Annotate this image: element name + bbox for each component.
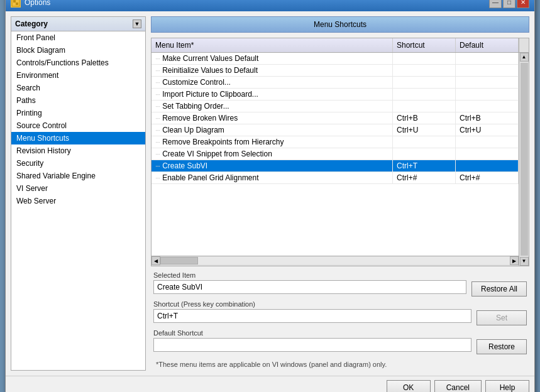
hscroll-track bbox=[160, 257, 510, 264]
sidebar-scroll-btn[interactable]: ▼ bbox=[133, 19, 141, 28]
table-cell-label: ····Clean Up Diagram bbox=[152, 124, 393, 136]
vscroll-thumb[interactable] bbox=[521, 63, 528, 256]
hscrollbar: ◀ ▶ bbox=[152, 256, 519, 266]
sidebar-item-web-server[interactable]: Web Server bbox=[11, 195, 145, 207]
set-button[interactable]: Set bbox=[477, 310, 527, 325]
vscroll-down[interactable]: ▼ bbox=[520, 257, 529, 266]
table-cell-label: ····Customize Control... bbox=[152, 77, 393, 88]
hscroll-left[interactable]: ◀ bbox=[152, 256, 160, 265]
table-cell-default bbox=[456, 89, 519, 100]
table-cell-shortcut bbox=[393, 53, 456, 64]
titlebar-controls: — □ ✕ bbox=[489, 0, 529, 8]
close-button[interactable]: ✕ bbox=[517, 0, 529, 8]
sidebar-item-search[interactable]: Search bbox=[11, 82, 145, 94]
table-row[interactable]: ····Remove Breakpoints from Hierarchy bbox=[152, 136, 519, 148]
help-button[interactable]: Help bbox=[485, 380, 529, 393]
selected-item-group: Selected Item bbox=[153, 271, 466, 294]
sidebar-item-printing[interactable]: Printing bbox=[11, 107, 145, 119]
vscroll-up[interactable]: ▲ bbox=[520, 53, 529, 62]
sidebar-item-environment[interactable]: Environment bbox=[11, 69, 145, 82]
minimize-button[interactable]: — bbox=[489, 0, 502, 8]
default-shortcut-input[interactable] bbox=[153, 338, 471, 352]
category-label: Category bbox=[15, 19, 48, 28]
shortcut-row: Shortcut (Press key combination) Set bbox=[153, 300, 527, 325]
table-row[interactable]: ····Set Tabbing Order... bbox=[152, 101, 519, 112]
svg-rect-2 bbox=[16, 3, 18, 5]
table-row[interactable]: ····Import Picture to Clipboard... bbox=[152, 89, 519, 101]
table-cell-label: ····Import Picture to Clipboard... bbox=[152, 89, 393, 100]
sidebar-item-source-control[interactable]: Source Control bbox=[11, 119, 145, 132]
shortcut-input[interactable] bbox=[153, 309, 471, 323]
table-body: ····Make Current Values Default····Reini… bbox=[152, 53, 519, 256]
col-shortcut: Shortcut bbox=[393, 38, 456, 52]
table-cell-default bbox=[456, 65, 519, 76]
table-cell-shortcut bbox=[393, 101, 456, 112]
restore-button[interactable]: Restore bbox=[477, 339, 527, 354]
sidebar-item-security[interactable]: Security bbox=[11, 157, 145, 170]
table-cell-label: ····Create VI Snippet from Selection bbox=[152, 148, 393, 160]
selected-item-row: Selected Item Restore All bbox=[153, 271, 527, 297]
table-cell-shortcut: Ctrl+U bbox=[393, 124, 456, 136]
sidebar-item-block-diagram[interactable]: Block Diagram bbox=[11, 44, 145, 57]
default-shortcut-group: Default Shortcut bbox=[153, 329, 471, 352]
sidebar-item-shared-variable-engine[interactable]: Shared Variable Engine bbox=[11, 170, 145, 182]
sidebar-item-front-panel[interactable]: Front Panel bbox=[11, 31, 145, 44]
table-cell-label: ····Reinitialize Values to Default bbox=[152, 65, 393, 76]
main-panel: Menu Shortcuts Menu Item* Shortcut Defau… bbox=[151, 16, 529, 371]
table-cell-label: ····Remove Broken Wires bbox=[152, 112, 393, 124]
titlebar-left: Options bbox=[11, 0, 50, 8]
selected-item-label: Selected Item bbox=[153, 271, 466, 279]
selected-item-input[interactable] bbox=[153, 280, 466, 294]
default-shortcut-label: Default Shortcut bbox=[153, 329, 471, 337]
cancel-button[interactable]: Cancel bbox=[434, 380, 482, 393]
footer-buttons: OK Cancel Help bbox=[6, 376, 534, 393]
table-cell-shortcut bbox=[393, 89, 456, 100]
table-row[interactable]: ····Reinitialize Values to Default bbox=[152, 65, 519, 77]
note-text: *These menu items are applicable on VI w… bbox=[153, 358, 527, 371]
table-cell-label: ····Enable Panel Grid Alignment bbox=[152, 172, 393, 183]
maximize-button[interactable]: □ bbox=[503, 0, 515, 8]
table-cell-shortcut: Ctrl+# bbox=[393, 172, 456, 183]
window-body: Category ▼ Front PanelBlock DiagramContr… bbox=[6, 11, 534, 376]
table-row[interactable]: ····Enable Panel Grid AlignmentCtrl+#Ctr… bbox=[152, 172, 519, 184]
hscroll-right[interactable]: ▶ bbox=[510, 256, 519, 265]
window-icon bbox=[11, 0, 21, 8]
table-row[interactable]: ····Make Current Values Default bbox=[152, 53, 519, 65]
table-row[interactable]: ····Create SubVICtrl+T bbox=[152, 160, 519, 172]
table-cell-default bbox=[456, 101, 519, 112]
table-row[interactable]: ····Clean Up DiagramCtrl+UCtrl+U bbox=[152, 124, 519, 136]
sidebar: Category ▼ Front PanelBlock DiagramContr… bbox=[11, 16, 146, 371]
table-wrapper: ····Make Current Values Default····Reini… bbox=[152, 53, 529, 266]
options-window: Options — □ ✕ Category ▼ Front PanelBloc… bbox=[5, 0, 535, 392]
vscrollbar: ▲ ▼ bbox=[519, 53, 529, 266]
scrollbar-top bbox=[519, 38, 529, 52]
table-header: Menu Item* Shortcut Default bbox=[152, 38, 529, 53]
window-title: Options bbox=[25, 0, 50, 7]
shortcut-label: Shortcut (Press key combination) bbox=[153, 300, 471, 308]
table-cell-default bbox=[456, 77, 519, 88]
table-main: ····Make Current Values Default····Reini… bbox=[152, 53, 519, 266]
restore-all-button[interactable]: Restore All bbox=[471, 281, 527, 297]
table-cell-default bbox=[456, 160, 519, 172]
hscroll-thumb[interactable] bbox=[160, 257, 198, 264]
sidebar-item-controls/functions-palettes[interactable]: Controls/Functions Palettes bbox=[11, 57, 145, 69]
ok-button[interactable]: OK bbox=[387, 380, 431, 393]
table-cell-shortcut: Ctrl+B bbox=[393, 112, 456, 124]
sidebar-list: Front PanelBlock DiagramControls/Functio… bbox=[11, 31, 145, 370]
table-cell-shortcut bbox=[393, 65, 456, 76]
table-cell-shortcut bbox=[393, 148, 456, 160]
table-row[interactable]: ····Create VI Snippet from Selection bbox=[152, 148, 519, 160]
sidebar-item-menu-shortcuts[interactable]: Menu Shortcuts bbox=[11, 132, 145, 144]
sidebar-item-revision-history[interactable]: Revision History bbox=[11, 144, 145, 157]
table-row[interactable]: ····Customize Control... bbox=[152, 77, 519, 89]
sidebar-item-paths[interactable]: Paths bbox=[11, 94, 145, 107]
table-row[interactable]: ····Remove Broken WiresCtrl+BCtrl+B bbox=[152, 112, 519, 124]
sidebar-header: Category ▼ bbox=[11, 17, 145, 31]
table-cell-shortcut bbox=[393, 77, 456, 88]
sidebar-item-vi-server[interactable]: VI Server bbox=[11, 182, 145, 195]
shortcut-group: Shortcut (Press key combination) bbox=[153, 300, 471, 323]
table-cell-default: Ctrl+U bbox=[456, 124, 519, 136]
svg-rect-1 bbox=[13, 0, 16, 3]
titlebar: Options — □ ✕ bbox=[6, 0, 534, 11]
table-cell-default bbox=[456, 148, 519, 160]
